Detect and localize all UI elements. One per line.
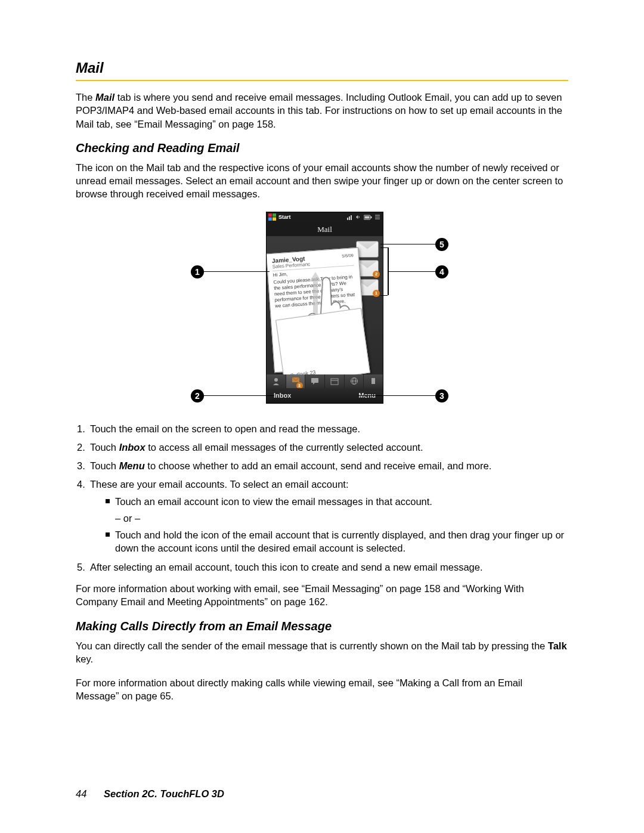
txt: Touch: [90, 460, 119, 471]
svg-rect-9: [371, 216, 372, 218]
txt: to choose whether to add an email accoun…: [145, 460, 492, 471]
num: 3.: [77, 459, 85, 472]
numbered-list: 1.Touch the email on the screen to open …: [76, 422, 568, 574]
section-label: Section 2C. TouchFLO 3D: [104, 788, 224, 799]
txt: After selecting an email account, touch …: [90, 562, 483, 572]
tab-calendar-icon: [325, 374, 345, 388]
leader-line: [388, 271, 435, 272]
leader-line: [204, 271, 270, 272]
figure-mail-screenshot: Start Mail 2 1 Jamie_Vogt 5/8/09 Sales P…: [191, 212, 453, 411]
tab-messages-icon: [305, 374, 325, 388]
svg-rect-5: [349, 216, 350, 220]
leader-line: [380, 295, 388, 296]
windows-flag-icon: [268, 213, 277, 221]
bold-mail: Mail: [95, 92, 114, 103]
num: 2.: [77, 441, 85, 454]
leader-line: [204, 395, 274, 397]
softkey-inbox: Inbox: [274, 392, 291, 399]
leader-line: [380, 247, 388, 249]
list-item: 1.Touch the email on the screen to open …: [76, 422, 568, 435]
leader-line: [388, 247, 389, 295]
svg-rect-15: [311, 378, 318, 383]
callout-5: 5: [435, 238, 448, 251]
txt: key.: [76, 654, 93, 664]
txt: Touch and hold the icon of the email acc…: [115, 529, 564, 553]
bold-inbox: Inbox: [119, 442, 145, 453]
sublist: Touch an email account icon to view the …: [90, 495, 568, 555]
tab-mail-icon: 3: [286, 374, 306, 388]
list-item: 4.These are your email accounts. To sele…: [76, 478, 568, 555]
sub-item: Touch an email account icon to view the …: [90, 495, 568, 508]
txt: You can directly call the sender of the …: [76, 640, 548, 651]
status-bar: Start: [267, 212, 383, 222]
bold-menu: Menu: [119, 460, 145, 471]
list-item: 5.After selecting an email account, touc…: [76, 561, 568, 574]
para-checking: The icon on the Mail tab and the respect…: [76, 161, 568, 201]
tab-people-icon: [267, 374, 286, 388]
txt: Touch the email on the screen to open an…: [90, 423, 360, 434]
txt: tab is where you send and receive email …: [76, 92, 562, 129]
txt: The: [76, 92, 95, 103]
mail-area: 2 1 Jamie_Vogt 5/8/09 Sales Performanc H…: [267, 236, 383, 376]
svg-rect-3: [273, 217, 276, 221]
para-calls-more: For more information about directly maki…: [76, 676, 568, 703]
envelope-icon: [356, 241, 379, 258]
divider-yellow: [76, 80, 568, 81]
svg-rect-0: [268, 213, 272, 217]
num: 4.: [77, 478, 85, 491]
svg-rect-6: [351, 215, 352, 220]
page-footer: 44 Section 2C. TouchFLO 3D: [76, 788, 224, 800]
num: 1.: [77, 422, 85, 435]
svg-rect-1: [273, 213, 276, 217]
heading-checking: Checking and Reading Email: [76, 141, 568, 155]
svg-rect-21: [371, 378, 375, 384]
leader-line: [380, 244, 435, 245]
svg-rect-16: [331, 379, 338, 385]
email-behind-card: Outlook 23: [275, 308, 370, 376]
txt: Touch an email account icon to view the …: [115, 496, 432, 507]
para-more-info-email: For more information about working with …: [76, 582, 568, 609]
leader-line: [358, 395, 435, 397]
email-date: 5/8/09: [342, 253, 354, 258]
sub-item: Touch and hold the icon of the email acc…: [90, 528, 568, 555]
para-mail-intro: The Mail tab is where you send and recei…: [76, 91, 568, 131]
heading-mail: Mail: [76, 60, 568, 76]
list-item: 2.Touch Inbox to access all email messag…: [76, 441, 568, 454]
num: 5.: [77, 561, 85, 574]
txt: These are your email accounts. To select…: [90, 479, 349, 490]
svg-rect-8: [365, 216, 370, 218]
svg-rect-2: [268, 217, 272, 221]
tab-more-icon: [364, 374, 383, 388]
sub-or: – or –: [90, 512, 568, 525]
svg-rect-4: [347, 218, 348, 220]
txt: to access all email messages of the curr…: [145, 442, 423, 453]
callout-4: 4: [435, 265, 448, 278]
heading-making-calls: Making Calls Directly from an Email Mess…: [76, 620, 568, 633]
para-calls-intro: You can directly call the sender of the …: [76, 639, 568, 666]
status-icons: [347, 214, 383, 220]
callout-3: 3: [435, 389, 448, 402]
phone-frame: Start Mail 2 1 Jamie_Vogt 5/8/09 Sales P…: [266, 212, 383, 404]
badge: 2: [373, 271, 380, 278]
svg-point-13: [274, 378, 278, 382]
start-label: Start: [278, 214, 291, 220]
page-number: 44: [76, 788, 86, 799]
badge: 1: [373, 290, 380, 297]
mail-screen-title: Mail: [267, 222, 383, 236]
callout-2: 2: [191, 389, 204, 402]
txt: – or –: [115, 513, 140, 524]
tab-internet-icon: [345, 374, 364, 388]
callout-1: 1: [191, 265, 204, 278]
tab-bar: 3: [267, 374, 383, 388]
txt: Touch: [90, 442, 119, 453]
list-item: 3.Touch Menu to choose whether to add an…: [76, 459, 568, 472]
bold-talk: Talk: [548, 640, 567, 651]
